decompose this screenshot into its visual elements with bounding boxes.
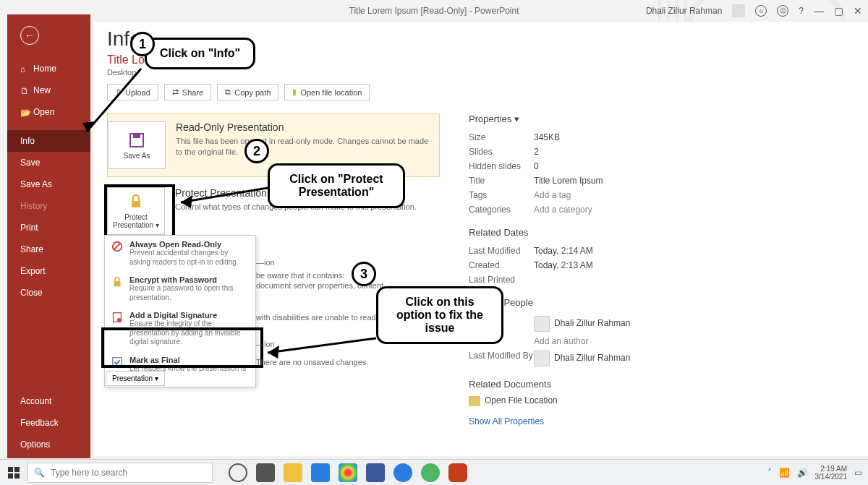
readonly-desc: This file has been opened in read-only m… [176,136,430,158]
svg-rect-18 [14,473,20,478]
nav-export[interactable]: Export [7,260,90,282]
svg-rect-2 [132,201,140,207]
related-dates-heading: Related Dates [469,227,861,238]
avatar[interactable] [732,4,745,17]
open-icon: 📂 [20,108,29,116]
start-button[interactable] [0,460,27,486]
mail-icon[interactable] [311,463,330,482]
svg-line-13 [268,338,376,353]
system-tray: ˄ 📶 🔊 2:19 AM3/14/2021 ▭ [767,465,863,481]
open-file-location-link[interactable]: Open File Location [469,395,861,406]
properties-heading[interactable]: Properties ▾ [469,113,861,124]
nav-new[interactable]: 🗋New [7,80,90,101]
folder-icon [469,396,480,406]
taskbar-apps [229,463,467,482]
readonly-icon [111,240,124,253]
arrow-1 [80,65,145,137]
close-button[interactable]: ✕ [854,5,862,17]
search-icon: 🔍 [34,468,45,478]
open-file-location-button[interactable]: ▮Open file location [284,84,370,100]
nav-options[interactable]: Options [7,434,90,455]
arrow-2 [174,181,275,210]
protect-presentation-button[interactable]: Protect Presentation ▾ [107,187,165,235]
svg-point-7 [117,318,121,322]
nav-save-as[interactable]: Save As [7,173,90,195]
nav-history: History [7,195,90,217]
volume-icon[interactable]: 🔊 [797,468,808,478]
svg-marker-12 [181,195,192,208]
dropdown-encrypt-password[interactable]: Encrypt with PasswordRequire a password … [105,271,255,306]
nav-close[interactable]: Close [7,282,90,304]
avatar [534,316,550,332]
add-category[interactable]: Add a category [534,205,592,215]
dropdown-always-open-readonly[interactable]: Always Open Read-OnlyPrevent accidental … [105,236,255,271]
edge-icon[interactable] [393,463,412,482]
show-all-properties-link[interactable]: Show All Properties [469,416,861,426]
minimize-button[interactable]: — [814,5,824,17]
svg-line-9 [87,69,141,132]
notifications-icon[interactable]: ▭ [854,468,862,478]
tray-chevron-icon[interactable]: ˄ [767,468,772,478]
properties-panel: Properties ▾ Size345KB Slides2 Hidden sl… [469,113,861,426]
share-button[interactable]: ⇄Share [164,84,211,100]
svg-rect-17 [8,473,13,478]
nav-feedback[interactable]: Feedback [7,412,90,434]
callout-2: Click on "Protect Presentation" [268,163,405,208]
arrow-3 [260,332,383,361]
nav-account[interactable]: Account [7,390,90,412]
home-icon: ⌂ [20,64,29,73]
manage-presentation-button[interactable]: Presentation ▾ [106,371,165,386]
action-row: ⇧Upload ⇄Share ⧉Copy path ▮Open file loc… [107,84,861,100]
search-input[interactable]: 🔍Type here to search [27,463,213,483]
folder-icon: ▮ [292,87,297,97]
nav-open[interactable]: 📂Open [7,101,90,123]
user-name: Dhali Zillur Rahman [646,6,722,16]
help-icon[interactable]: ? [799,6,804,16]
svg-rect-8 [113,357,122,366]
task-view-icon[interactable] [256,463,275,482]
wifi-icon[interactable]: 📶 [779,468,790,478]
share-icon: ⇄ [172,87,179,97]
cortana-icon[interactable] [229,463,247,482]
back-button[interactable]: ← [20,26,39,45]
add-tag[interactable]: Add a tag [534,190,571,200]
taskbar: 🔍Type here to search ˄ 📶 🔊 2:19 AM3/14/2… [0,459,868,485]
store-icon[interactable] [366,463,385,482]
title-bar: Title Lorem Ipsum [Read-Only] - PowerPoi… [0,0,868,22]
lock-icon [127,193,145,210]
step-3-badge: 3 [352,262,376,286]
callout-1: Click on "Info" [145,38,255,69]
related-people-heading: Related People [469,297,861,308]
svg-line-4 [114,244,121,250]
lock-icon [111,275,124,288]
nav-info[interactable]: Info [7,130,90,152]
powerpoint-icon[interactable] [448,463,467,482]
nav-save[interactable]: Save [7,152,90,173]
backstage-sidebar: ← ⌂Home 🗋New 📂Open Info Save Save As His… [7,14,90,458]
face-smile-icon[interactable]: ☺ [755,5,767,17]
step-2-badge: 2 [244,139,269,163]
avatar [534,351,550,366]
chrome-icon[interactable] [339,463,357,482]
callout-3: Click on this option to fix the issue [376,286,503,344]
inspect-heading-partial: —ion [256,258,275,267]
nav-print[interactable]: Print [7,217,90,239]
add-author[interactable]: Add an author [534,336,588,346]
inspect-line1: be aware that it contains: [256,271,344,280]
dropdown-digital-signature[interactable]: Add a Digital SignatureEnsure the integr… [105,306,255,351]
clock[interactable]: 2:19 AM3/14/2021 [815,465,848,481]
checkmark-icon [111,356,124,369]
svg-rect-5 [114,281,121,286]
svg-rect-15 [8,467,13,472]
link-icon: ⧉ [225,87,231,97]
related-docs-heading: Related Documents [469,379,861,390]
copy-path-button[interactable]: ⧉Copy path [217,84,278,100]
face-frown-icon[interactable]: ☹ [777,5,788,17]
step-1-badge: 1 [130,32,155,56]
nav-share[interactable]: Share [7,239,90,260]
explorer-icon[interactable] [284,463,302,482]
maximize-button[interactable]: ▢ [834,5,843,17]
app-icon[interactable] [421,463,440,482]
nav-home[interactable]: ⌂Home [7,58,90,80]
certificate-icon [111,311,124,324]
